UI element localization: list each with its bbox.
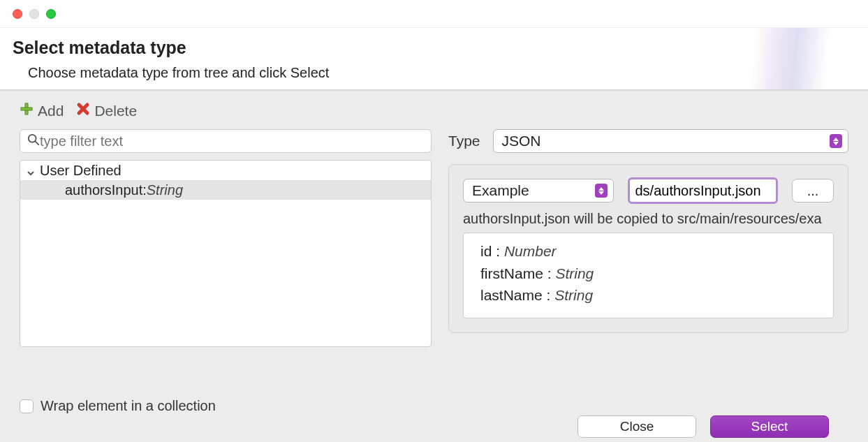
svg-line-3 <box>36 142 39 145</box>
close-window-icon[interactable] <box>13 9 22 19</box>
property-row: id : Number <box>480 240 816 263</box>
zoom-window-icon[interactable] <box>46 9 56 19</box>
left-column: User Defined authorsInput : String <box>20 129 432 387</box>
tree-toolbar: Add Delete <box>20 102 848 119</box>
dialog-subtitle: Choose metadata type from tree and click… <box>28 65 851 81</box>
type-row: Type JSON <box>448 129 848 153</box>
copy-message: authorsInput.json will be copied to src/… <box>463 211 834 227</box>
dialog-title: Select metadata type <box>13 38 851 58</box>
path-field[interactable] <box>628 177 779 204</box>
property-row: firstName : String <box>480 263 816 285</box>
tree-root-label: User Defined <box>40 163 122 179</box>
window-titlebar <box>0 0 868 28</box>
path-input[interactable] <box>635 183 771 199</box>
delete-button[interactable]: Delete <box>76 102 137 119</box>
type-select[interactable]: JSON <box>493 129 848 153</box>
select-button-label: Select <box>751 419 788 434</box>
tree-item-row[interactable]: authorsInput : String <box>20 180 431 200</box>
prop-type: String <box>555 265 594 281</box>
metadata-tree[interactable]: User Defined authorsInput : String <box>20 160 432 347</box>
tree-item-type: String <box>147 182 183 198</box>
svg-point-2 <box>29 135 36 142</box>
checkbox-icon[interactable] <box>20 399 34 413</box>
example-select[interactable]: Example <box>463 179 614 202</box>
browse-button[interactable]: ... <box>792 179 834 202</box>
svg-rect-1 <box>21 108 32 110</box>
add-button-label: Add <box>38 103 64 119</box>
properties-list: id : Number firstName : String lastName … <box>463 233 834 318</box>
button-bar: Close Select <box>20 414 848 442</box>
wrap-checkbox-label: Wrap element in a collection <box>41 398 216 414</box>
type-label: Type <box>448 133 480 149</box>
example-select-value: Example <box>472 182 595 199</box>
x-icon <box>76 102 90 119</box>
chevron-down-icon[interactable] <box>26 165 36 175</box>
columns: User Defined authorsInput : String Type … <box>20 129 848 387</box>
prop-name: firstName <box>480 265 543 281</box>
add-button[interactable]: Add <box>20 102 64 119</box>
type-select-value: JSON <box>502 133 830 149</box>
updown-arrows-icon <box>830 134 842 148</box>
plus-icon <box>20 102 34 119</box>
wrap-checkbox-row[interactable]: Wrap element in a collection <box>20 398 848 414</box>
detail-panel: Example ... authorsInput.json will be co… <box>448 164 848 333</box>
right-column: Type JSON Example <box>448 129 848 387</box>
delete-button-label: Delete <box>94 103 137 119</box>
browse-button-label: ... <box>807 183 819 199</box>
prop-name: id <box>480 243 492 259</box>
updown-arrows-icon <box>595 184 608 198</box>
close-button-label: Close <box>620 419 654 434</box>
detail-top-row: Example ... <box>463 177 834 204</box>
dialog-body: Add Delete <box>0 90 868 442</box>
tree-root-row[interactable]: User Defined <box>20 161 431 180</box>
select-button[interactable]: Select <box>710 415 829 438</box>
prop-name: lastName <box>480 287 543 303</box>
minimize-window-icon <box>29 9 39 19</box>
close-button[interactable]: Close <box>578 415 696 438</box>
filter-box[interactable] <box>20 129 432 153</box>
dialog-header: Select metadata type Choose metadata typ… <box>0 28 868 89</box>
property-row: lastName : String <box>480 284 816 307</box>
filter-input[interactable] <box>40 133 424 149</box>
tree-item-name: authorsInput <box>65 182 142 198</box>
search-icon <box>27 133 40 149</box>
prop-type: Number <box>504 243 557 259</box>
prop-type: String <box>554 287 593 303</box>
